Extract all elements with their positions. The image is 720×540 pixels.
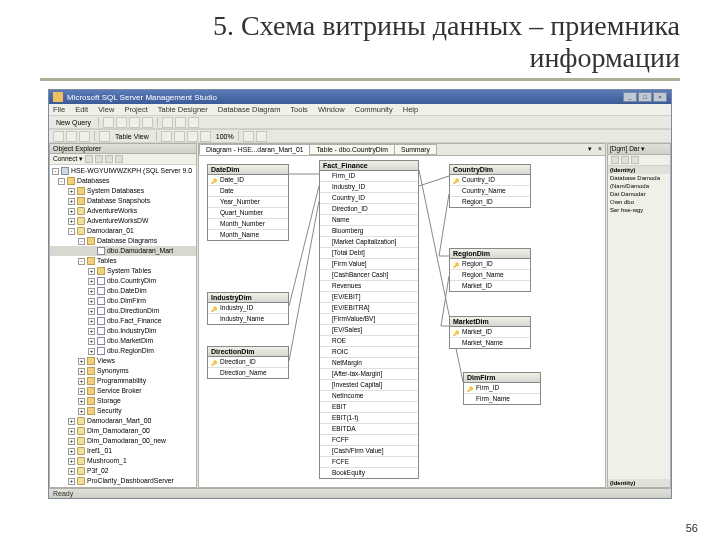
table-header[interactable]: IndustryDim <box>208 293 288 303</box>
column-row[interactable]: Region_ID <box>450 197 530 207</box>
column-row[interactable]: BookEquity <box>320 468 418 478</box>
toolbar-button[interactable] <box>187 131 198 142</box>
toolbar-button[interactable] <box>129 117 140 128</box>
toolbar-button[interactable] <box>116 117 127 128</box>
tree-item[interactable]: +Security <box>50 406 196 416</box>
tree-item[interactable]: +dbo.RegionDim <box>50 346 196 356</box>
table-header[interactable]: DirectionDim <box>208 347 288 357</box>
column-row[interactable]: EBIT <box>320 402 418 413</box>
column-row[interactable]: Quart_Number <box>208 208 288 219</box>
tree-item[interactable]: +dbo.IndustryDim <box>50 326 196 336</box>
column-row[interactable]: Month_Name <box>208 230 288 240</box>
tree-item[interactable]: +Iref1_01 <box>50 446 196 456</box>
column-row[interactable]: Direction_Name <box>208 368 288 378</box>
table-header[interactable]: RegionDim <box>450 249 530 259</box>
column-row[interactable]: [Cash/Firm Value] <box>320 446 418 457</box>
menu-community[interactable]: Community <box>355 105 393 114</box>
oe-toolbar-button[interactable] <box>115 155 123 163</box>
toolbar-button[interactable] <box>188 117 199 128</box>
tree-item[interactable]: +Dim_Damodaran_00_new <box>50 436 196 446</box>
connect-button[interactable]: Connect ▾ <box>53 155 83 163</box>
toolbar-button[interactable] <box>66 131 77 142</box>
tree-item[interactable]: +Dim_Damodaran_00 <box>50 426 196 436</box>
property-row[interactable]: Own dbo <box>608 198 670 206</box>
column-row[interactable]: [Invested Capital] <box>320 380 418 391</box>
tree-item[interactable]: -Damodaran_01 <box>50 226 196 236</box>
db-table-countrydim[interactable]: CountryDimCountry_IDCountry_NameRegion_I… <box>449 164 531 208</box>
column-row[interactable]: ROE <box>320 336 418 347</box>
column-row[interactable]: Year_Number <box>208 197 288 208</box>
tree-item[interactable]: -Databases <box>50 176 196 186</box>
table-header[interactable]: CountryDim <box>450 165 530 175</box>
column-row[interactable]: Date <box>208 186 288 197</box>
toolbar-button[interactable] <box>256 131 267 142</box>
tree-item[interactable]: +Service Broker <box>50 386 196 396</box>
toolbar-button[interactable] <box>162 117 173 128</box>
column-row[interactable]: Industry_ID <box>208 303 288 314</box>
column-row[interactable]: Firm_Name <box>464 394 540 404</box>
menu-tools[interactable]: Tools <box>290 105 308 114</box>
db-table-industrydim[interactable]: IndustryDimIndustry_IDIndustry_Name <box>207 292 289 325</box>
db-table-directiondim[interactable]: DirectionDimDirection_IDDirection_Name <box>207 346 289 379</box>
db-table-datedim[interactable]: DateDimDate_IDDateYear_NumberQuart_Numbe… <box>207 164 289 241</box>
props-toolbar-button[interactable] <box>631 156 639 164</box>
column-row[interactable]: [EV/EBIT] <box>320 292 418 303</box>
column-row[interactable]: Bloomberg <box>320 226 418 237</box>
tree-item[interactable]: +dbo.DimFirm <box>50 296 196 306</box>
column-row[interactable]: NetIncome <box>320 391 418 402</box>
column-row[interactable]: [FirmValue/BV] <box>320 314 418 325</box>
tree-item[interactable]: +Synonyms <box>50 366 196 376</box>
tree-item[interactable]: +Database Snapshots <box>50 196 196 206</box>
column-row[interactable]: EBIT(1-t) <box>320 413 418 424</box>
column-row[interactable]: Market_ID <box>450 281 530 291</box>
column-row[interactable]: Country_ID <box>320 193 418 204</box>
oe-toolbar-button[interactable] <box>85 155 93 163</box>
menu-help[interactable]: Help <box>403 105 418 114</box>
tree-item[interactable]: +System Tables <box>50 266 196 276</box>
column-row[interactable]: [CashBancer Cash] <box>320 270 418 281</box>
menu-view[interactable]: View <box>98 105 114 114</box>
tree-item[interactable]: +Programmability <box>50 376 196 386</box>
tree-item[interactable]: +ProClarity_DashboardServer_0 <box>50 486 196 487</box>
tree-item[interactable]: +Views <box>50 356 196 366</box>
tree-server[interactable]: -HSE-WGYUIWWZKPH (SQL Server 9.0 <box>50 166 196 176</box>
column-row[interactable]: FCFF <box>320 435 418 446</box>
tree-item[interactable]: +Damodaran_Mart_00 <box>50 416 196 426</box>
menu-window[interactable]: Window <box>318 105 345 114</box>
toolbar-button[interactable] <box>174 131 185 142</box>
tree-item[interactable]: +dbo.MarketDim <box>50 336 196 346</box>
tree-item[interactable]: -Database Diagrams <box>50 236 196 246</box>
column-row[interactable]: Market_Name <box>450 338 530 348</box>
close-button[interactable]: × <box>653 92 667 102</box>
tab-table[interactable]: Table - dbo.CountryDim <box>309 144 394 155</box>
column-row[interactable]: Country_Name <box>450 186 530 197</box>
menu-file[interactable]: File <box>53 105 65 114</box>
table-header[interactable]: Fact_Finance <box>320 161 418 171</box>
column-row[interactable]: FCFE <box>320 457 418 468</box>
column-row[interactable]: [EV/Sales] <box>320 325 418 336</box>
column-row[interactable]: [Firm Value] <box>320 259 418 270</box>
menu-edit[interactable]: Edit <box>75 105 88 114</box>
column-row[interactable]: Region_ID <box>450 259 530 270</box>
tab-diagram[interactable]: Diagram - HSE...daran_Mart_01 <box>199 144 310 155</box>
zoom-level[interactable]: 100% <box>216 133 234 140</box>
toolbar-button[interactable] <box>142 117 153 128</box>
tree-item[interactable]: +System Databases <box>50 186 196 196</box>
column-row[interactable]: [EV/EBITRA] <box>320 303 418 314</box>
properties-header[interactable]: [Dgm] Dar ▾ <box>608 144 670 155</box>
tree-item[interactable]: +dbo.DateDim <box>50 286 196 296</box>
tree-item[interactable]: +dbo.Fact_Finance <box>50 316 196 326</box>
maximize-button[interactable]: □ <box>638 92 652 102</box>
column-row[interactable]: Date_ID <box>208 175 288 186</box>
toolbar-button[interactable] <box>103 117 114 128</box>
tree-item[interactable]: +AdventureWorks <box>50 206 196 216</box>
column-row[interactable]: Industry_ID <box>320 182 418 193</box>
menu-table-designer[interactable]: Table Designer <box>158 105 208 114</box>
props-toolbar-button[interactable] <box>611 156 619 164</box>
tree-item[interactable]: -Tables <box>50 256 196 266</box>
tree-item[interactable]: +dbo.CountryDim <box>50 276 196 286</box>
column-row[interactable]: Name <box>320 215 418 226</box>
table-header[interactable]: DimFirm <box>464 373 540 383</box>
new-query-button[interactable]: New Query <box>53 119 94 126</box>
db-table-marketdim[interactable]: MarketDimMarket_IDMarket_Name <box>449 316 531 349</box>
